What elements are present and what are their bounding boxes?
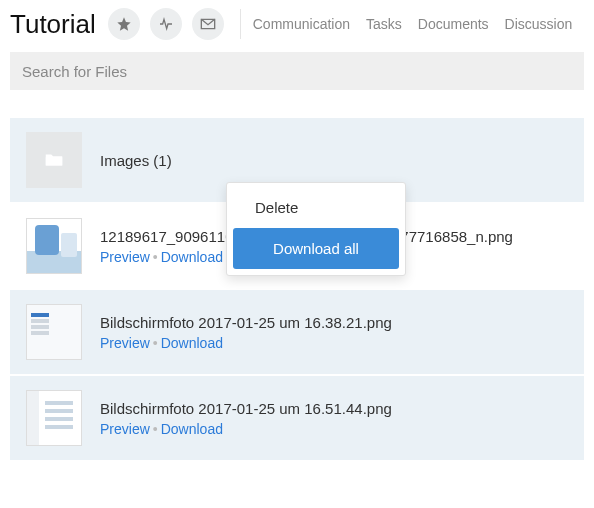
file-actions: Preview•Download [100,335,568,351]
download-link[interactable]: Download [161,421,223,437]
search-input[interactable] [10,52,584,90]
divider [240,9,241,39]
context-menu: Delete Download all [226,182,406,276]
star-icon[interactable] [108,8,140,40]
page-title: Tutorial [10,9,96,40]
menu-download-all[interactable]: Download all [233,228,399,269]
tab-discussion[interactable]: Discussion [505,16,573,32]
file-thumbnail [26,390,82,446]
file-name: Bildschirmfoto 2017-01-25 um 16.38.21.pn… [100,314,568,331]
file-thumbnail [26,304,82,360]
mail-icon[interactable] [192,8,224,40]
activity-icon[interactable] [150,8,182,40]
file-actions: Preview•Download [100,421,568,437]
separator: • [153,421,158,437]
separator: • [153,249,158,265]
top-bar: Tutorial Communication Tasks Documents D… [0,0,594,52]
file-thumbnail [26,218,82,274]
folder-label: Images (1) [100,152,568,169]
file-row[interactable]: Bildschirmfoto 2017-01-25 um 16.38.21.pn… [10,290,584,374]
download-link[interactable]: Download [161,249,223,265]
search-wrap [0,52,594,90]
download-link[interactable]: Download [161,335,223,351]
file-row[interactable]: Bildschirmfoto 2017-01-25 um 16.51.44.pn… [10,376,584,460]
tab-documents[interactable]: Documents [418,16,489,32]
preview-link[interactable]: Preview [100,421,150,437]
preview-link[interactable]: Preview [100,249,150,265]
nav-tabs: Communication Tasks Documents Discussion [253,16,573,32]
preview-link[interactable]: Preview [100,335,150,351]
file-list: Images (1) 12189617_909611099103286_6085… [0,118,594,460]
file-name: Bildschirmfoto 2017-01-25 um 16.51.44.pn… [100,400,568,417]
menu-delete[interactable]: Delete [233,189,399,226]
tab-communication[interactable]: Communication [253,16,350,32]
tab-tasks[interactable]: Tasks [366,16,402,32]
folder-icon [26,132,82,188]
separator: • [153,335,158,351]
